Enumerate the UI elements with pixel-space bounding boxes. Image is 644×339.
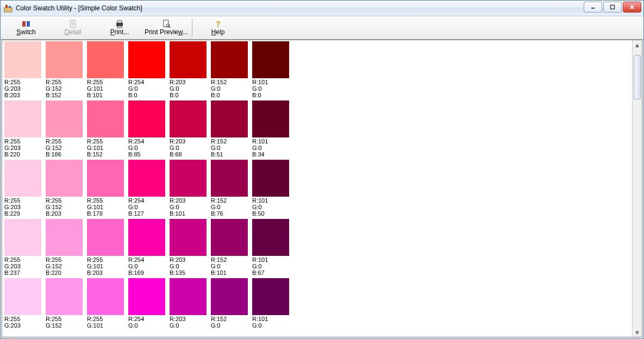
switch-button[interactable]: Switch: [3, 16, 49, 39]
swatch-cell[interactable]: R:255G:101B:203: [87, 219, 128, 278]
swatch-label: R:255G:101B:203: [87, 256, 128, 278]
swatch-label: R:255G:101B:152: [87, 137, 128, 160]
color-swatch: [128, 219, 165, 256]
color-swatch: [4, 160, 41, 197]
svg-line-18: [169, 27, 170, 28]
swatch-cell[interactable]: R:255G:101B:178: [87, 160, 128, 219]
swatch-label: R:254G:0B:169: [128, 256, 170, 278]
swatch-cell[interactable]: R:152G:0B:101: [211, 219, 252, 278]
swatch-cell[interactable]: R:101G:0B:34: [252, 101, 293, 160]
color-swatch: [46, 278, 83, 315]
swatch-cell[interactable]: R:101G:0B:67: [252, 219, 293, 278]
swatch-cell[interactable]: R:101G:0: [252, 278, 293, 331]
print-preview-button[interactable]: Print Preview...: [143, 16, 190, 39]
swatch-cell[interactable]: R:152G:0B:0: [211, 41, 252, 101]
swatch-label: R:255G:152B:203: [46, 197, 87, 219]
swatch-cell[interactable]: R:203G:0B:68: [170, 101, 211, 160]
swatch-cell[interactable]: R:255G:203B:229: [4, 160, 46, 219]
swatch-label: R:255G:152B:152: [46, 78, 87, 101]
scroll-thumb[interactable]: [634, 55, 641, 99]
swatch-cell[interactable]: R:203G:0B:101: [170, 160, 211, 219]
swatch-label: R:203G:0B:0: [170, 78, 211, 101]
swatch-row: R:255G:203B:237R:255G:152B:220R:255G:101…: [4, 219, 632, 278]
svg-rect-16: [164, 20, 168, 27]
color-swatch: [170, 278, 207, 315]
color-swatch: [128, 41, 165, 78]
swatch-row: R:255G:203B:220R:255G:152B:186R:255G:101…: [4, 101, 632, 160]
preview-label: Print Preview...: [145, 28, 188, 36]
swatch-cell[interactable]: R:203G:0B:0: [170, 41, 211, 101]
svg-rect-2: [9, 6, 11, 8]
swatch-cell[interactable]: R:255G:101B:101: [87, 41, 128, 101]
swatch-cell[interactable]: R:255G:203B:220: [4, 101, 46, 160]
print-label: Print...: [110, 28, 129, 36]
titlebar: Color Swatch Utility - [Simple Color Swa…: [1, 1, 643, 16]
color-swatch: [87, 41, 124, 78]
swatch-label: R:101G:0B:34: [252, 137, 293, 160]
color-swatch: [211, 160, 248, 197]
color-swatch: [46, 160, 83, 197]
swatch-cell[interactable]: R:101G:0B:50: [252, 160, 293, 219]
swatch-cell[interactable]: R:152G:0: [211, 278, 252, 331]
swatch-cell[interactable]: R:255G:152B:186: [46, 101, 87, 160]
vertical-scrollbar[interactable]: ▲ ▼: [632, 40, 642, 337]
swatch-label: R:255G:203B:203: [4, 78, 46, 101]
help-button[interactable]: ? Help: [195, 16, 241, 39]
preview-icon: [162, 20, 171, 28]
swatch-cell[interactable]: R:255G:152B:152: [46, 41, 87, 101]
help-label: Help: [211, 28, 225, 36]
swatch-cell[interactable]: R:255G:203B:237: [4, 219, 46, 278]
swatch-label: R:152G:0B:51: [211, 137, 252, 160]
swatch-label: R:203G:0B:68: [170, 137, 211, 160]
swatch-cell[interactable]: R:152G:0B:51: [211, 101, 252, 160]
swatch-cell[interactable]: R:255G:152B:203: [46, 160, 87, 219]
color-swatch: [4, 278, 41, 315]
swatch-cell[interactable]: R:254G:0B:127: [128, 160, 170, 219]
minimize-button[interactable]: [584, 2, 602, 12]
swatch-label: R:101G:0B:67: [252, 256, 293, 278]
swatch-label: R:255G:203B:229: [4, 197, 46, 219]
toolbar-separator: [192, 18, 192, 37]
swatch-label: R:152G:0: [211, 315, 252, 331]
swatch-cell[interactable]: R:255G:152B:220: [46, 219, 87, 278]
swatch-row: R:255G:203B:229R:255G:152B:203R:255G:101…: [4, 160, 632, 219]
svg-rect-0: [4, 8, 12, 12]
swatch-label: R:255G:203B:237: [4, 256, 46, 278]
swatch-label: R:254G:0B:85: [128, 137, 170, 160]
detail-icon: [68, 20, 77, 28]
color-swatch: [252, 41, 289, 78]
swatch-cell[interactable]: R:254G:0: [128, 278, 170, 331]
swatch-cell[interactable]: R:255G:203B:203: [4, 41, 46, 101]
scroll-up-icon[interactable]: ▲: [633, 40, 641, 49]
color-swatch: [128, 101, 165, 137]
color-swatch: [211, 278, 248, 315]
swatch-cell[interactable]: R:255G:101B:152: [87, 101, 128, 160]
swatch-cell[interactable]: R:203G:0B:135: [170, 219, 211, 278]
print-icon: [115, 20, 124, 28]
color-swatch: [46, 219, 83, 256]
swatch-label: R:255G:101B:101: [87, 78, 128, 101]
print-button[interactable]: Print...: [96, 16, 143, 39]
swatch-label: R:101G:0B:50: [252, 197, 293, 219]
swatch-cell[interactable]: R:101G:0B:0: [252, 41, 293, 101]
swatch-cell[interactable]: R:254G:0B:169: [128, 219, 170, 278]
swatch-cell[interactable]: R:254G:0B:0: [128, 41, 170, 101]
swatch-cell[interactable]: R:255G:101: [87, 278, 128, 331]
maximize-button[interactable]: [603, 2, 622, 12]
swatch-cell[interactable]: R:152G:0B:76: [211, 160, 252, 219]
switch-label: Switch: [16, 28, 35, 36]
scroll-track[interactable]: [633, 49, 641, 328]
swatch-cell[interactable]: R:255G:152: [46, 278, 87, 331]
svg-rect-14: [117, 21, 122, 23]
close-button[interactable]: [623, 2, 641, 12]
scroll-down-icon[interactable]: ▼: [633, 328, 641, 337]
swatch-label: R:203G:0B:135: [170, 256, 211, 278]
swatch-cell[interactable]: R:255G:203: [4, 278, 46, 331]
color-swatch: [87, 219, 124, 256]
swatch-label: R:101G:0: [252, 315, 293, 331]
color-swatch: [170, 41, 207, 78]
color-swatch: [252, 160, 289, 197]
swatch-cell[interactable]: R:254G:0B:85: [128, 101, 170, 160]
color-swatch: [46, 101, 83, 137]
swatch-cell[interactable]: R:203G:0: [170, 278, 211, 331]
